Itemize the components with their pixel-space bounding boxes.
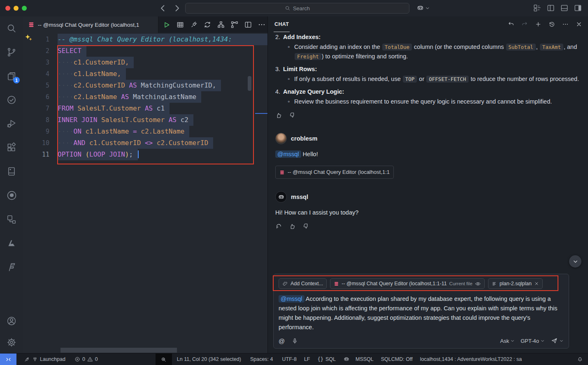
mssql-status-item[interactable]: MSSQL <box>356 356 374 362</box>
actual-plan-button[interactable] <box>230 21 239 29</box>
notifications-bell[interactable] <box>577 356 583 363</box>
plan-file-context-chip[interactable]: plan-2.sqlplan <box>488 278 543 289</box>
remote-indicator[interactable] <box>0 353 16 365</box>
code-text: ····c1.LastName, <box>58 68 267 80</box>
chat-message-list[interactable]: 2.Add Indexes:◦Consider adding an index … <box>268 32 588 275</box>
source-control-icon[interactable] <box>6 47 17 58</box>
accounts-icon[interactable] <box>6 316 17 326</box>
inline-code: OFFSET-FETCH <box>426 76 468 83</box>
mention-icon[interactable]: @ <box>279 337 285 344</box>
code-editor[interactable]: 1-- @mssql Chat Query Editor (localhost,… <box>23 33 267 353</box>
more-actions-button[interactable] <box>258 21 266 29</box>
microphone-icon[interactable] <box>291 337 298 344</box>
copilot-icon <box>278 194 285 201</box>
connections-icon[interactable] <box>6 214 17 225</box>
chat-more-actions-button[interactable] <box>562 21 569 28</box>
testing-icon[interactable] <box>6 95 17 105</box>
code-token: MatchingLastName <box>129 93 196 101</box>
github-icon[interactable] <box>6 190 17 201</box>
chat-undo-button[interactable] <box>508 21 514 28</box>
chat-history-button[interactable] <box>548 21 555 28</box>
close-chat-button[interactable] <box>576 21 582 28</box>
code-text: INNER JOIN SalesLT.Customer AS c2 <box>58 114 267 126</box>
code-token: = <box>129 127 137 135</box>
run-query-button[interactable] <box>162 21 171 29</box>
customize-layout-button[interactable] <box>533 4 542 12</box>
new-chat-button[interactable] <box>535 21 542 28</box>
toggle-panel-button[interactable] <box>560 4 569 12</box>
zoom-indicator[interactable] <box>156 353 172 365</box>
add-context-button[interactable]: Add Context... <box>279 278 327 289</box>
chat-input-text[interactable]: @mssql According to the execution plan s… <box>279 294 564 332</box>
connection-status-item[interactable]: localhost,1434 : AdventureWorksLT2022 : … <box>420 356 522 362</box>
launchpad-status-item[interactable]: Launchpad <box>24 356 65 363</box>
run-and-debug-icon[interactable] <box>6 118 17 129</box>
attached-file-chip[interactable]: -- @mssql Chat Query Editor (localhost,1… <box>275 166 394 179</box>
chat-tab[interactable]: CHAT <box>274 16 290 32</box>
minimize-window-button[interactable] <box>14 6 19 11</box>
disconnect-button[interactable] <box>190 21 198 29</box>
remove-chip-icon[interactable] <box>534 281 539 286</box>
encoding-item[interactable]: UTF-8 <box>282 356 297 362</box>
cursor-position-item[interactable]: Ln 11, Col 20 (342 selected) <box>177 356 241 362</box>
chevron-down-icon <box>572 259 579 265</box>
copilot-menu-button[interactable] <box>416 4 430 12</box>
code-token: ) <box>125 150 129 158</box>
thumbs-up-icon[interactable] <box>275 112 282 119</box>
problems-status-item[interactable]: 0 0 <box>74 356 98 362</box>
line-number: 5 <box>23 80 58 91</box>
navigate-forward-button[interactable] <box>172 3 182 13</box>
model-picker-dropdown[interactable]: GPT-4o <box>521 338 545 344</box>
list-bullet: ◦Review the business requirement to ensu… <box>275 97 581 106</box>
indentation-item[interactable]: Spaces: 4 <box>250 356 273 362</box>
thumbs-down-icon[interactable] <box>289 112 296 119</box>
line-number: 3 <box>23 57 58 68</box>
mention-chip: @mssql <box>275 150 301 158</box>
chat-list-item: 4.Analyze Query Logic:◦Review the busine… <box>275 87 581 106</box>
horizontal-scrollbar[interactable] <box>60 348 177 353</box>
extensions-icon[interactable] <box>6 142 17 153</box>
copilot-status-item[interactable] <box>343 356 350 363</box>
vertical-scrollbar[interactable] <box>248 76 251 91</box>
assistant-message: mssql Hi! How can I assist you today? <box>275 191 581 230</box>
search-placeholder: Search <box>293 5 310 12</box>
azure-icon[interactable] <box>6 238 17 249</box>
thumbs-up-icon[interactable] <box>289 223 296 230</box>
code-token: ON <box>74 127 81 135</box>
vscode-window: Search 1 <box>0 0 588 365</box>
explorer-icon[interactable]: 1 <box>6 71 17 81</box>
close-window-button[interactable] <box>5 6 10 11</box>
search-view-icon[interactable] <box>6 23 17 34</box>
toggle-secondary-sidebar-button[interactable] <box>574 4 582 12</box>
thumbs-down-icon[interactable] <box>302 223 309 230</box>
current-file-context-chip[interactable]: -- @mssql Chat Query Editor (localhost,1… <box>330 278 485 289</box>
maximize-window-button[interactable] <box>22 6 27 11</box>
send-message-button[interactable] <box>551 337 564 344</box>
language-mode-item[interactable]: {} SQL <box>318 356 336 362</box>
command-center-search[interactable]: Search <box>185 3 409 14</box>
chat-input-box[interactable]: Add Context... -- @mssql Chat Query Edit… <box>273 274 569 349</box>
eye-icon[interactable] <box>475 281 481 287</box>
sqlcmd-status-item[interactable]: SQLCMD: Off <box>381 356 413 362</box>
fabric-icon[interactable] <box>6 262 17 273</box>
warning-icon <box>87 356 93 362</box>
code-token: SalesLT.Customer <box>97 116 165 124</box>
code-lines: 1-- @mssql Chat Query Editor (localhost,… <box>23 34 267 160</box>
attachment-label: -- @mssql Chat Query Editor (localhost,1… <box>288 168 390 177</box>
toggle-primary-sidebar-button[interactable] <box>546 4 555 12</box>
estimated-plan-button[interactable] <box>217 21 225 29</box>
chat-mode-dropdown[interactable]: Ask <box>500 338 515 344</box>
rerun-icon[interactable] <box>275 223 282 230</box>
split-editor-button[interactable] <box>244 21 252 29</box>
database-projects-icon[interactable] <box>6 166 17 177</box>
scroll-to-bottom-button[interactable] <box>569 255 581 268</box>
chat-input-controls: @ Ask GPT-4o <box>279 337 564 344</box>
list-item-number: 2. <box>275 32 280 42</box>
chat-redo-button[interactable] <box>521 21 528 28</box>
editor-tab[interactable]: -- @mssql Chat Query Editor (localhost,1 <box>23 16 158 33</box>
settings-gear-icon[interactable] <box>6 337 17 348</box>
navigate-back-button[interactable] <box>158 3 168 13</box>
eol-item[interactable]: LF <box>304 356 310 362</box>
change-connection-button[interactable] <box>203 21 211 29</box>
results-grid-button[interactable] <box>176 21 184 29</box>
